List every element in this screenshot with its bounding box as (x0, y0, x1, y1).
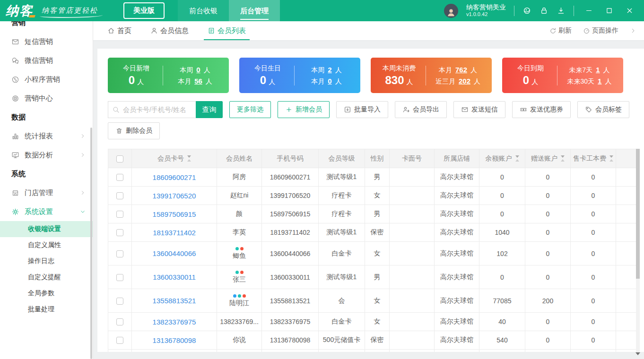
divider (557, 66, 557, 85)
minimize-button[interactable] (585, 7, 593, 15)
row-checkbox[interactable] (116, 298, 123, 305)
main-area: 首页会员信息会员列表 刷新 页面操作 今日新增0人本周0人本月56人今日生日0人… (93, 21, 644, 359)
top-nav-tab-0[interactable]: 前台收银 (178, 0, 229, 21)
table-scrollbar-thumb[interactable] (636, 149, 640, 279)
stat-title: 今日生日 (247, 64, 288, 73)
sort-icon[interactable] (515, 155, 519, 162)
member-card-link[interactable]: 13991706520 (153, 192, 196, 200)
column-header[interactable]: 赠送账户 (525, 149, 571, 168)
member-card-link[interactable]: 13823376975 (153, 318, 196, 326)
toolbar-button-label: 更多筛选 (237, 105, 263, 114)
stat-detail-value[interactable]: 0 (328, 76, 331, 86)
checkbox-cell (108, 205, 132, 223)
stat-detail-value[interactable]: 0 (196, 64, 200, 75)
mail-icon (11, 38, 19, 46)
tab-1[interactable]: 会员信息 (150, 21, 189, 40)
stat-detail-value[interactable]: 762 (455, 64, 467, 75)
store-cell: 高尔夫球馆 (435, 187, 479, 205)
page-operations-button[interactable]: 页面操作 (583, 26, 618, 35)
sidebar-subitem-14[interactable]: 自定义提醒 (0, 269, 93, 285)
sidebar-item-label: 门店管理 (25, 188, 53, 197)
member-card-link[interactable]: 15897506915 (153, 210, 196, 218)
member-card-link[interactable]: 13558813521 (153, 297, 196, 305)
row-checkbox[interactable] (116, 192, 123, 199)
chart-icon (11, 132, 19, 140)
toolbar-button-5[interactable]: 发送优惠券 (512, 101, 571, 118)
search-icon (112, 106, 120, 113)
gift-cell: 0 (525, 242, 571, 265)
stat-detail-value[interactable]: 202 (459, 76, 470, 86)
sidebar-item-2[interactable]: 微信营销 (0, 51, 93, 70)
sidebar-subitem-13[interactable]: 操作日志 (0, 253, 93, 269)
member-card-link[interactable]: 18193711402 (153, 229, 196, 237)
lock-icon[interactable] (540, 6, 548, 15)
sidebar: 营销短信营销微信营销小程序营销营销中心数据统计报表数据分析系统门店管理系统设置收… (0, 21, 93, 359)
toolbar-button-0[interactable]: 更多筛选 (229, 101, 271, 118)
stat-detail-value[interactable]: 1 (596, 64, 600, 75)
toolbar-button-2[interactable]: 批量导入 (336, 101, 388, 118)
tab-2[interactable]: 会员列表 (208, 21, 246, 40)
stat-detail-value[interactable]: 2 (328, 64, 331, 75)
table-row: 18193711402李英18193711402测试等级1保密高尔夫球馆1040… (108, 223, 637, 242)
column-header[interactable]: 会员卡号 (132, 149, 217, 168)
sidebar-item-4[interactable]: 营销中心 (0, 89, 93, 108)
sidebar-item-9[interactable]: 门店管理 (0, 183, 93, 202)
member-name: 赵红ni (217, 191, 261, 200)
sort-icon[interactable] (609, 155, 613, 162)
collapse-arrow-icon[interactable] (630, 27, 636, 34)
refresh-button[interactable]: 刷新 (549, 26, 572, 35)
edition-badge[interactable]: 美业版 (123, 2, 165, 19)
tab-0[interactable]: 首页 (107, 21, 131, 40)
wechat-icon (11, 57, 19, 65)
download-icon[interactable] (557, 6, 566, 15)
name-cell: 138233769... (217, 313, 262, 331)
service-icon[interactable] (522, 6, 531, 15)
tab-label: 首页 (117, 26, 131, 35)
sidebar-subitem-15[interactable]: 全局参数 (0, 285, 93, 301)
stat-detail-value[interactable]: 56 (194, 76, 202, 86)
row-checkbox[interactable] (116, 229, 123, 236)
search-input[interactable] (108, 101, 196, 118)
toolbar-button-6[interactable]: 会员标签 (577, 101, 629, 118)
stat-detail-value[interactable]: 1 (598, 76, 601, 86)
search-button[interactable]: 查询 (196, 101, 223, 118)
toolbar-button-3[interactable]: 会员导出 (395, 101, 447, 118)
sidebar-item-3[interactable]: 小程序营销 (0, 70, 93, 89)
sidebar-item-6[interactable]: 统计报表 (0, 127, 93, 145)
column-header[interactable]: 售卡工本费 (571, 149, 616, 168)
maximize-button[interactable] (605, 7, 613, 15)
delete-member-button[interactable]: 删除会员 (108, 122, 160, 139)
sidebar-item-7[interactable]: 数据分析 (0, 145, 93, 164)
top-nav-tab-1[interactable]: 后台管理 (229, 0, 280, 21)
row-checkbox[interactable] (116, 250, 123, 257)
filler-cell (616, 223, 637, 242)
sidebar-item-1[interactable]: 短信营销 (0, 32, 93, 51)
row-checkbox[interactable] (116, 337, 123, 344)
toolbar-button-1[interactable]: 新增会员 (278, 101, 330, 118)
close-button[interactable] (626, 7, 634, 15)
scroll-down-arrow[interactable] (635, 352, 640, 355)
member-card-link[interactable]: 18609600271 (153, 173, 196, 181)
sidebar-subitem-16[interactable]: 批量处理 (0, 301, 93, 317)
member-card-link[interactable]: 13136780098 (153, 336, 196, 344)
table-scrollbar[interactable] (636, 149, 640, 352)
member-card-link[interactable]: 13600330011 (153, 273, 196, 281)
column-header[interactable]: 余额账户 (479, 149, 525, 168)
sidebar-subitem-12[interactable]: 自定义属性 (0, 237, 93, 253)
member-card-link[interactable]: 13600440066 (153, 249, 196, 257)
balance-cell: 0 (479, 265, 525, 289)
row-checkbox[interactable] (116, 174, 123, 181)
row-checkbox[interactable] (116, 318, 123, 325)
row-checkbox[interactable] (116, 211, 123, 218)
gender-cell: 保密 (365, 331, 390, 350)
name-cell: 李英 (217, 223, 262, 242)
sidebar-scrollbar[interactable] (90, 128, 92, 359)
avatar[interactable] (444, 4, 458, 18)
row-checkbox[interactable] (116, 274, 123, 281)
sort-icon[interactable] (187, 155, 191, 162)
sidebar-subitem-11[interactable]: 收银端设置 (0, 221, 93, 237)
sidebar-item-10[interactable]: 系统设置 (0, 202, 93, 221)
select-all-checkbox[interactable] (116, 155, 123, 162)
sort-icon[interactable] (561, 155, 565, 162)
toolbar-button-4[interactable]: 发送短信 (453, 101, 505, 118)
